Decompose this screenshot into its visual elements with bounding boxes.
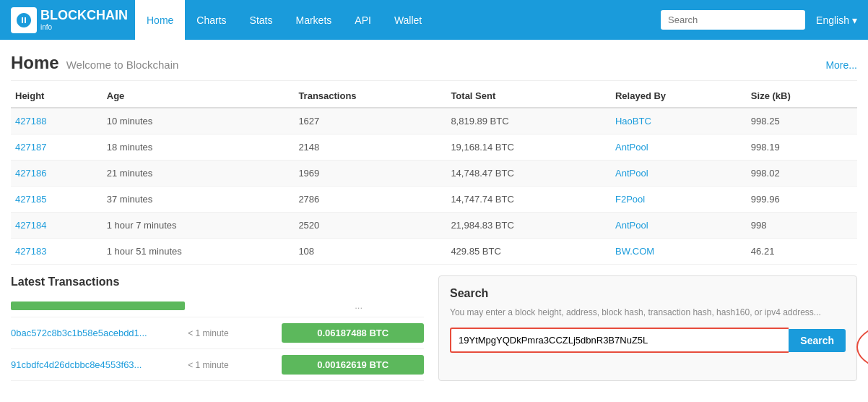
table-row: 427184 1 hour 7 minutes 2520 21,984.83 B… (11, 213, 857, 239)
brand-name: BLOCKCHAIN (40, 9, 128, 23)
page-title: Home (11, 53, 59, 73)
height-link[interactable]: 427183 (15, 246, 46, 257)
total-sent-cell: 8,819.89 BTC (446, 108, 611, 134)
tx-truncated-row: ... (11, 294, 424, 317)
page-subtitle: Welcome to Blockchain (66, 59, 179, 71)
relay-link[interactable]: BW.COM (615, 246, 654, 257)
size-cell: 998.19 (747, 134, 857, 161)
header-search-input[interactable] (661, 10, 805, 30)
callout-bubble: Enter the Bitcoin address you paid to an… (856, 320, 868, 374)
search-description: You may enter a block height, address, b… (450, 306, 846, 319)
age-cell: 21 minutes (103, 161, 295, 187)
col-age: Age (103, 85, 295, 108)
tx-hash-0[interactable]: 0bac572c8b3c1b58e5acebdd1... (11, 328, 177, 338)
age-cell: 1 hour 51 minutes (103, 239, 295, 265)
total-sent-cell: 429.85 BTC (446, 239, 611, 265)
page-header: Home Welcome to Blockchain More... (11, 47, 857, 81)
col-relayed-by: Relayed By (611, 85, 747, 108)
search-address-input[interactable] (450, 328, 789, 353)
more-link[interactable]: More... (825, 59, 857, 71)
tx-time-1: < 1 minute (188, 360, 271, 370)
latest-transactions: Latest Transactions ... 0bac572c8b3c1b58… (11, 275, 424, 381)
size-cell: 998.25 (747, 108, 857, 134)
total-sent-cell: 21,984.83 BTC (446, 213, 611, 239)
table-row: 0bac572c8b3c1b58e5acebdd1... < 1 minute … (11, 317, 424, 349)
col-height: Height (11, 85, 103, 108)
search-button[interactable]: Search (789, 329, 846, 352)
size-cell: 46.21 (747, 239, 857, 265)
chevron-down-icon: ▾ (852, 14, 857, 26)
nav-api[interactable]: API (343, 0, 383, 40)
total-sent-cell: 14,747.74 BTC (446, 187, 611, 213)
search-title: Search (450, 287, 846, 300)
relay-link[interactable]: AntPool (615, 168, 648, 179)
tx-time-0: < 1 minute (188, 328, 271, 338)
total-sent-cell: 14,748.47 BTC (446, 161, 611, 187)
tx-amount-0: 0.06187488 BTC (282, 323, 424, 343)
tx-hash-1[interactable]: 91cbdfc4d26dcbbc8e4553f63... (11, 359, 177, 370)
nav-charts[interactable]: Charts (185, 0, 238, 40)
tx-count-cell: 108 (294, 239, 446, 265)
height-link[interactable]: 427188 (15, 116, 46, 127)
table-row: 91cbdfc4d26dcbbc8e4553f63... < 1 minute … (11, 349, 424, 381)
height-link[interactable]: 427187 (15, 142, 46, 153)
col-total-sent: Total Sent (446, 85, 611, 108)
height-link[interactable]: 427184 (15, 220, 46, 231)
tx-count-cell: 1969 (294, 161, 446, 187)
age-cell: 37 minutes (103, 187, 295, 213)
nav-wallet[interactable]: Wallet (383, 0, 433, 40)
logo-icon (11, 7, 37, 33)
table-row: 427183 1 hour 51 minutes 108 429.85 BTC … (11, 239, 857, 265)
table-row: 427186 21 minutes 1969 14,748.47 BTC Ant… (11, 161, 857, 187)
header: BLOCKCHAIN info Home Charts Stats Market… (0, 0, 868, 40)
table-row: 427187 18 minutes 2148 19,168.14 BTC Ant… (11, 134, 857, 161)
search-panel: Search You may enter a block height, add… (438, 275, 857, 381)
col-size: Size (kB) (747, 85, 857, 108)
language-label: English (816, 14, 849, 26)
tx-amount-1: 0.00162619 BTC (282, 355, 424, 375)
brand-sub: info (40, 23, 128, 31)
tx-count-cell: 2148 (294, 134, 446, 161)
age-cell: 1 hour 7 minutes (103, 213, 295, 239)
logo-area: BLOCKCHAIN info (11, 7, 128, 33)
size-cell: 999.96 (747, 187, 857, 213)
age-cell: 10 minutes (103, 108, 295, 134)
page-content: Home Welcome to Blockchain More... Heigh… (0, 40, 868, 388)
callout-text: Enter the Bitcoin address you paid to an… (856, 320, 868, 374)
relay-link[interactable]: F2Pool (615, 194, 645, 205)
size-cell: 998.02 (747, 161, 857, 187)
relay-link[interactable]: AntPool (615, 142, 648, 153)
language-selector[interactable]: English ▾ (816, 14, 857, 26)
tx-bar (11, 302, 185, 310)
title-wrap: Home Welcome to Blockchain (11, 53, 178, 73)
height-link[interactable]: 427185 (15, 194, 46, 205)
tx-count-cell: 2520 (294, 213, 446, 239)
main-nav: Home Charts Stats Markets API Wallet (135, 0, 433, 40)
col-transactions: Transactions (294, 85, 446, 108)
tx-count-cell: 1627 (294, 108, 446, 134)
size-cell: 998 (747, 213, 857, 239)
tx-count-cell: 2786 (294, 187, 446, 213)
logo-text: BLOCKCHAIN info (40, 9, 128, 31)
bottom-section: Latest Transactions ... 0bac572c8b3c1b58… (11, 275, 857, 381)
relay-link[interactable]: AntPool (615, 220, 648, 231)
total-sent-cell: 19,168.14 BTC (446, 134, 611, 161)
nav-home[interactable]: Home (135, 0, 185, 40)
nav-stats[interactable]: Stats (238, 0, 285, 40)
search-input-row: Search Enter the Bitcoin address you pai… (450, 328, 846, 353)
height-link[interactable]: 427186 (15, 168, 46, 179)
age-cell: 18 minutes (103, 134, 295, 161)
table-row: 427185 37 minutes 2786 14,747.74 BTC F2P… (11, 187, 857, 213)
nav-markets[interactable]: Markets (285, 0, 344, 40)
relay-link[interactable]: HaoBTC (615, 116, 651, 127)
table-row: 427188 10 minutes 1627 8,819.89 BTC HaoB… (11, 108, 857, 134)
blocks-table: Height Age Transactions Total Sent Relay… (11, 85, 857, 265)
latest-tx-title: Latest Transactions (11, 275, 424, 288)
